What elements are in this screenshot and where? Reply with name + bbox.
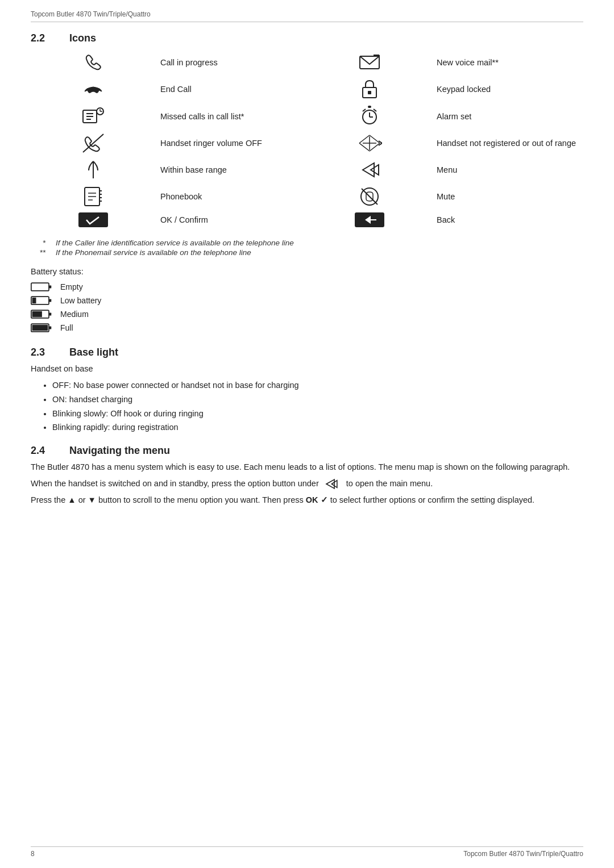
- section-2-2-title: 2.2 Icons: [31, 32, 583, 44]
- menu-icon: [307, 160, 432, 180]
- battery-low-icon: [31, 294, 52, 307]
- new-voice-mail-label: New voice mail**: [432, 58, 583, 67]
- new-voice-mail-icon: [307, 54, 432, 71]
- mute-icon: [307, 186, 432, 207]
- bullet-off: OFF: No base power connected or handset …: [52, 378, 583, 393]
- top-header: Topcom Butler 4870 Twin/Triple/Quattro: [31, 10, 583, 22]
- svg-rect-18: [368, 106, 371, 108]
- para3-suffix: to select further options or confirm the…: [330, 495, 534, 504]
- section-2-4-number: 2.4: [31, 445, 59, 457]
- svg-rect-4: [368, 91, 371, 94]
- bullet-blink-rapid: Blinking rapidly: during registration: [52, 420, 583, 435]
- section-2-4-label: Navigating the menu: [69, 445, 170, 457]
- battery-grid: Empty Low battery Medium Full: [31, 281, 583, 334]
- battery-empty-label: Empty: [60, 281, 101, 293]
- svg-rect-45: [31, 283, 49, 291]
- section-2-3-intro: Handset on base: [31, 362, 583, 375]
- para2-suffix: to open the main menu.: [346, 479, 433, 488]
- svg-line-20: [359, 135, 370, 143]
- section-2-3-label: Base light: [69, 347, 118, 358]
- battery-section: Battery status:: [31, 267, 583, 334]
- ok-confirm-icon: [31, 212, 156, 227]
- battery-medium-icon: [31, 308, 52, 320]
- svg-marker-56: [326, 479, 334, 489]
- battery-empty-icon: [31, 281, 52, 293]
- footnote-1-text: If the Caller line identification servic…: [56, 239, 294, 247]
- footnote-2-text: If the Phonemail service is available on…: [56, 248, 251, 257]
- section-2-3-bullets: OFF: No base power connected or handset …: [31, 378, 583, 435]
- keypad-locked-icon: [307, 78, 432, 100]
- battery-low-label: Low battery: [60, 294, 101, 307]
- para3-ok: OK ✓: [306, 495, 328, 504]
- svg-line-23: [370, 143, 380, 151]
- svg-marker-29: [363, 163, 374, 177]
- footnote-1: * If the Caller line identification serv…: [31, 239, 583, 247]
- para3-prefix: Press the ▲ or ▼ button to scroll to the…: [31, 495, 304, 504]
- footer-product-name: Topcom Butler 4870 Twin/Triple/Quattro: [463, 850, 583, 858]
- svg-line-40: [362, 189, 377, 205]
- battery-full-label: Full: [60, 322, 101, 334]
- section-2-2-label: Icons: [69, 32, 96, 44]
- header-text: Topcom Butler 4870 Twin/Triple/Quattro: [31, 10, 151, 18]
- svg-line-15: [363, 109, 366, 111]
- battery-status-label: Battery status:: [31, 267, 583, 276]
- section-2-4-para1: The Butler 4870 has a menu system which …: [31, 461, 583, 473]
- svg-rect-55: [32, 325, 48, 331]
- footnote-1-star: *: [31, 239, 45, 247]
- keypad-locked-label: Keypad locked: [432, 85, 583, 94]
- handset-not-registered-icon: [307, 133, 432, 153]
- svg-rect-46: [49, 285, 51, 288]
- missed-calls-label: Missed calls in call list*: [156, 112, 307, 121]
- missed-calls-icon: [31, 107, 156, 126]
- svg-rect-54: [49, 326, 51, 329]
- svg-rect-51: [49, 312, 51, 315]
- call-in-progress-label: Call in progress: [156, 58, 307, 67]
- phonebook-icon: [31, 186, 156, 207]
- svg-line-21: [359, 143, 370, 151]
- handset-ringer-off-label: Handset ringer volume OFF: [156, 139, 307, 148]
- svg-rect-48: [49, 299, 51, 302]
- bullet-on: ON: handset charging: [52, 393, 583, 407]
- section-2-3-number: 2.3: [31, 347, 59, 358]
- within-base-range-icon: [31, 159, 156, 181]
- footnotes: * If the Caller line identification serv…: [31, 239, 583, 257]
- footnote-2-star: **: [31, 248, 45, 257]
- svg-line-22: [370, 135, 380, 143]
- within-base-range-label: Within base range: [156, 165, 307, 174]
- menu-inline-icon: [323, 478, 342, 490]
- footer-page-number: 8: [31, 850, 35, 858]
- back-icon: [307, 212, 432, 227]
- footnote-2: ** If the Phonemail service is available…: [31, 248, 583, 257]
- icons-grid: Call in progress New voice mail** End Ca…: [31, 52, 583, 227]
- ok-confirm-label: OK / Confirm: [156, 215, 307, 224]
- para2-prefix: When the handset is switched on and in s…: [31, 479, 319, 488]
- section-2-3-title: 2.3 Base light: [31, 347, 583, 358]
- menu-label: Menu: [432, 165, 583, 174]
- battery-text-col: Empty Low battery Medium Full: [60, 281, 101, 334]
- section-2-4-title: 2.4 Navigating the menu: [31, 445, 583, 457]
- mute-label: Mute: [432, 192, 583, 201]
- section-2-4-para3: Press the ▲ or ▼ button to scroll to the…: [31, 494, 583, 506]
- call-in-progress-icon: [31, 52, 156, 73]
- handset-ringer-off-icon: [31, 133, 156, 153]
- section-2-4: 2.4 Navigating the menu The Butler 4870 …: [31, 445, 583, 506]
- alarm-set-icon: [307, 106, 432, 127]
- battery-full-icon: [31, 322, 52, 334]
- section-2-2-number: 2.2: [31, 32, 59, 44]
- end-call-icon: [31, 81, 156, 97]
- end-call-label: End Call: [156, 85, 307, 94]
- svg-rect-52: [32, 311, 42, 317]
- battery-icons-col: [31, 281, 52, 334]
- page: Topcom Butler 4870 Twin/Triple/Quattro 2…: [0, 0, 614, 868]
- section-2-3: 2.3 Base light Handset on base OFF: No b…: [31, 347, 583, 435]
- battery-medium-label: Medium: [60, 308, 101, 320]
- handset-not-registered-label: Handset not registered or out of range: [432, 139, 583, 148]
- svg-line-16: [374, 109, 376, 111]
- section-2-4-para2: When the handset is switched on and in s…: [31, 477, 583, 490]
- back-label: Back: [432, 215, 583, 224]
- alarm-set-label: Alarm set: [432, 112, 583, 121]
- svg-rect-41: [78, 212, 108, 227]
- bullet-blink-slow: Blinking slowly: Off hook or during ring…: [52, 407, 583, 421]
- page-footer: 8 Topcom Butler 4870 Twin/Triple/Quattro: [31, 846, 583, 858]
- phonebook-label: Phonebook: [156, 192, 307, 201]
